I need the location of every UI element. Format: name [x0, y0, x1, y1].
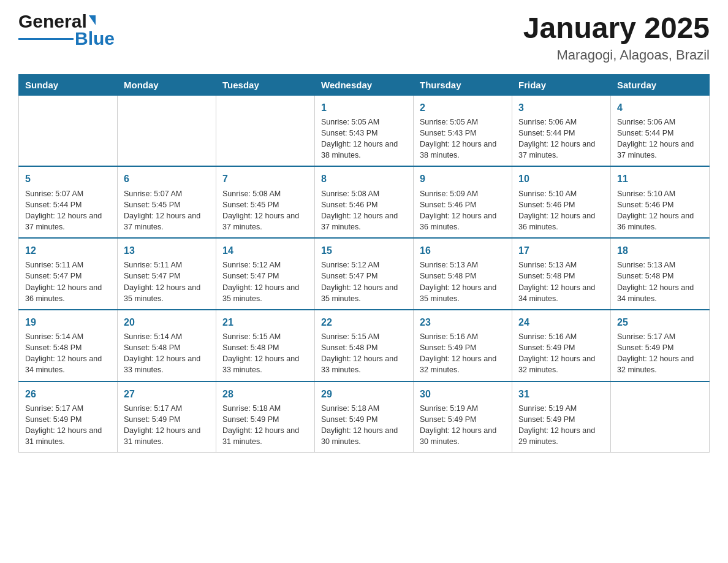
- week-row-5: 26Sunrise: 5:17 AMSunset: 5:49 PMDayligh…: [19, 381, 710, 453]
- day-info: Daylight: 12 hours and 35 minutes.: [222, 282, 308, 304]
- day-number: 26: [25, 387, 111, 401]
- day-info: Daylight: 12 hours and 35 minutes.: [321, 282, 407, 304]
- day-cell-25: 25Sunrise: 5:17 AMSunset: 5:49 PMDayligh…: [611, 310, 710, 381]
- header: General Blue January 2025 Maragogi, Alag…: [18, 12, 710, 63]
- day-info: Daylight: 12 hours and 38 minutes.: [420, 139, 506, 161]
- header-cell-tuesday: Tuesday: [216, 74, 315, 95]
- day-info: Sunset: 5:48 PM: [321, 342, 407, 353]
- day-cell-31: 31Sunrise: 5:19 AMSunset: 5:49 PMDayligh…: [512, 381, 611, 453]
- day-cell-10: 10Sunrise: 5:10 AMSunset: 5:46 PMDayligh…: [512, 166, 611, 238]
- day-number: 21: [222, 315, 308, 329]
- day-number: 1: [321, 101, 407, 115]
- day-info: Daylight: 12 hours and 36 minutes.: [518, 210, 604, 232]
- day-info: Sunset: 5:47 PM: [124, 270, 210, 282]
- day-info: Sunrise: 5:18 AM: [321, 403, 407, 414]
- day-number: 7: [222, 172, 308, 186]
- day-number: 25: [617, 315, 703, 329]
- day-info: Sunset: 5:48 PM: [617, 270, 703, 282]
- day-cell-7: 7Sunrise: 5:08 AMSunset: 5:45 PMDaylight…: [216, 166, 315, 238]
- day-cell-19: 19Sunrise: 5:14 AMSunset: 5:48 PMDayligh…: [19, 310, 118, 381]
- empty-cell: [118, 95, 216, 166]
- day-info: Sunset: 5:49 PM: [124, 414, 210, 425]
- empty-cell: [19, 95, 118, 166]
- day-info: Sunrise: 5:05 AM: [321, 117, 407, 128]
- day-info: Sunrise: 5:08 AM: [321, 188, 407, 199]
- day-info: Sunrise: 5:19 AM: [420, 403, 506, 414]
- day-info: Sunset: 5:47 PM: [25, 270, 111, 282]
- header-cell-saturday: Saturday: [611, 74, 710, 95]
- day-cell-8: 8Sunrise: 5:08 AMSunset: 5:46 PMDaylight…: [315, 166, 414, 238]
- day-info: Sunset: 5:44 PM: [25, 199, 111, 210]
- day-info: Sunset: 5:44 PM: [518, 128, 604, 139]
- day-info: Daylight: 12 hours and 31 minutes.: [25, 425, 111, 447]
- day-cell-2: 2Sunrise: 5:05 AMSunset: 5:43 PMDaylight…: [414, 95, 512, 166]
- day-cell-24: 24Sunrise: 5:16 AMSunset: 5:49 PMDayligh…: [512, 310, 611, 381]
- header-cell-sunday: Sunday: [19, 74, 118, 95]
- day-number: 16: [420, 243, 506, 258]
- day-info: Daylight: 12 hours and 37 minutes.: [222, 210, 308, 232]
- day-cell-13: 13Sunrise: 5:11 AMSunset: 5:47 PMDayligh…: [118, 238, 216, 310]
- day-number: 15: [321, 243, 407, 258]
- day-info: Daylight: 12 hours and 38 minutes.: [321, 139, 407, 161]
- day-number: 6: [124, 172, 210, 186]
- day-number: 2: [420, 101, 506, 115]
- day-cell-27: 27Sunrise: 5:17 AMSunset: 5:49 PMDayligh…: [118, 381, 216, 453]
- day-info: Sunrise: 5:06 AM: [518, 117, 604, 128]
- day-info: Sunrise: 5:13 AM: [617, 259, 703, 270]
- day-number: 22: [321, 315, 407, 329]
- day-cell-26: 26Sunrise: 5:17 AMSunset: 5:49 PMDayligh…: [19, 381, 118, 453]
- day-cell-18: 18Sunrise: 5:13 AMSunset: 5:48 PMDayligh…: [611, 238, 710, 310]
- day-number: 24: [518, 315, 604, 329]
- day-info: Daylight: 12 hours and 36 minutes.: [617, 210, 703, 232]
- day-info: Daylight: 12 hours and 35 minutes.: [124, 282, 210, 304]
- day-number: 28: [222, 387, 308, 401]
- day-info: Sunset: 5:48 PM: [25, 342, 111, 353]
- day-cell-3: 3Sunrise: 5:06 AMSunset: 5:44 PMDaylight…: [512, 95, 611, 166]
- day-info: Sunrise: 5:08 AM: [222, 188, 308, 199]
- day-info: Sunset: 5:48 PM: [222, 342, 308, 353]
- week-row-3: 12Sunrise: 5:11 AMSunset: 5:47 PMDayligh…: [19, 238, 710, 310]
- day-info: Daylight: 12 hours and 31 minutes.: [124, 425, 210, 447]
- day-number: 12: [25, 243, 111, 258]
- day-info: Sunrise: 5:14 AM: [25, 331, 111, 342]
- day-cell-12: 12Sunrise: 5:11 AMSunset: 5:47 PMDayligh…: [19, 238, 118, 310]
- day-info: Sunrise: 5:19 AM: [518, 403, 604, 414]
- day-info: Sunset: 5:45 PM: [124, 199, 210, 210]
- day-number: 29: [321, 387, 407, 401]
- day-cell-6: 6Sunrise: 5:07 AMSunset: 5:45 PMDaylight…: [118, 166, 216, 238]
- title-area: January 2025 Maragogi, Alagoas, Brazil: [523, 12, 710, 63]
- day-info: Daylight: 12 hours and 34 minutes.: [25, 353, 111, 375]
- day-info: Sunset: 5:49 PM: [420, 342, 506, 353]
- day-cell-17: 17Sunrise: 5:13 AMSunset: 5:48 PMDayligh…: [512, 238, 611, 310]
- day-number: 27: [124, 387, 210, 401]
- day-info: Sunrise: 5:16 AM: [518, 331, 604, 342]
- day-info: Sunrise: 5:11 AM: [25, 259, 111, 270]
- day-info: Sunset: 5:46 PM: [518, 199, 604, 210]
- day-info: Daylight: 12 hours and 32 minutes.: [518, 353, 604, 375]
- empty-cell: [611, 381, 710, 453]
- logo-blue: Blue: [75, 29, 115, 48]
- day-info: Sunrise: 5:13 AM: [420, 259, 506, 270]
- calendar-header: SundayMondayTuesdayWednesdayThursdayFrid…: [19, 74, 710, 95]
- day-info: Daylight: 12 hours and 36 minutes.: [25, 282, 111, 304]
- day-info: Sunrise: 5:05 AM: [420, 117, 506, 128]
- day-number: 18: [617, 243, 703, 258]
- day-info: Sunrise: 5:06 AM: [617, 117, 703, 128]
- day-number: 23: [420, 315, 506, 329]
- day-number: 19: [25, 315, 111, 329]
- day-cell-5: 5Sunrise: 5:07 AMSunset: 5:44 PMDaylight…: [19, 166, 118, 238]
- day-info: Sunrise: 5:15 AM: [321, 331, 407, 342]
- header-cell-friday: Friday: [512, 74, 611, 95]
- day-info: Sunrise: 5:09 AM: [420, 188, 506, 199]
- day-info: Sunrise: 5:11 AM: [124, 259, 210, 270]
- day-info: Sunset: 5:48 PM: [420, 270, 506, 282]
- day-info: Daylight: 12 hours and 37 minutes.: [25, 210, 111, 232]
- day-info: Daylight: 12 hours and 37 minutes.: [321, 210, 407, 232]
- day-info: Daylight: 12 hours and 35 minutes.: [420, 282, 506, 304]
- day-info: Sunset: 5:46 PM: [321, 199, 407, 210]
- day-number: 5: [25, 172, 111, 186]
- day-info: Sunset: 5:49 PM: [25, 414, 111, 425]
- day-info: Daylight: 12 hours and 32 minutes.: [617, 353, 703, 375]
- day-info: Sunrise: 5:16 AM: [420, 331, 506, 342]
- day-info: Sunset: 5:49 PM: [222, 414, 308, 425]
